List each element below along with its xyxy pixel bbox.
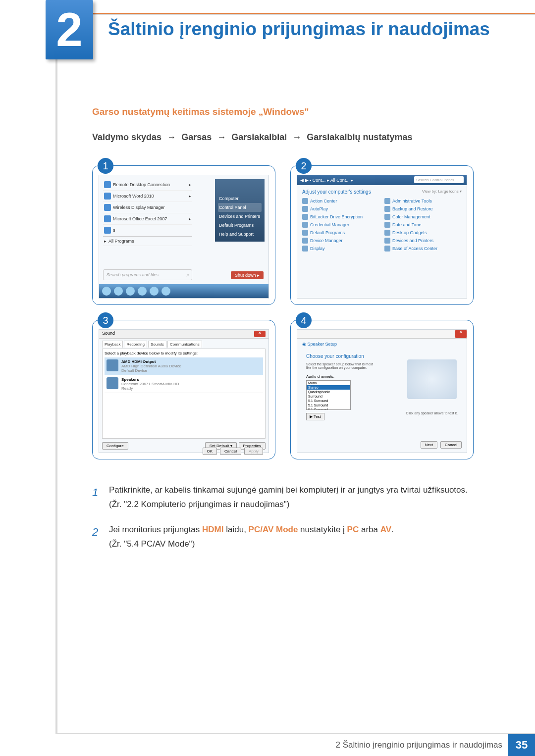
start-menu-mock: Remote Desktop Connection▸ Microsoft Wor… (99, 175, 269, 299)
breadcrumb-c: Garsiakalbiai (231, 132, 287, 142)
all-programs[interactable]: ▸All Programs (103, 236, 192, 246)
cp-item[interactable]: Action Center (302, 198, 379, 204)
list-item[interactable]: Surround (307, 394, 350, 399)
taskbar-icon[interactable] (161, 287, 170, 296)
search-input[interactable]: Search programs and files ⌕ (103, 269, 192, 280)
screenshots-grid: 1 Remote Desktop Connection▸ Microsoft W… (92, 165, 474, 459)
cp-item[interactable]: BitLocker Drive Encryption (302, 214, 379, 220)
section-title: Garso nustatymų keitimas sistemoje „Wind… (92, 106, 474, 117)
taskbar-icon[interactable] (150, 287, 159, 296)
cp-icon (302, 246, 308, 252)
tab-sounds[interactable]: Sounds (148, 341, 166, 348)
text: laidu, (223, 525, 248, 534)
list-item[interactable]: 5.1 Surround (307, 403, 350, 407)
audio-channels-list[interactable]: Mono Stereo Quadraphonic Surround 5.1 Su… (306, 380, 351, 410)
taskbar-icon[interactable] (138, 287, 147, 296)
cp-icon (302, 206, 308, 212)
cp-item[interactable]: Devices and Printers (384, 238, 462, 244)
cp-item[interactable]: Date and Time (384, 222, 462, 228)
footer-text: 2 Šaltinio įrenginio prijungimas ir naud… (336, 740, 502, 750)
taskbar-icon[interactable] (126, 287, 135, 296)
start-menu-item[interactable]: Wireless Display Manager (103, 202, 192, 213)
start-right-item[interactable]: Computer (218, 194, 262, 203)
cp-item[interactable]: Default Programs (302, 230, 379, 236)
device-sub: Default Device (121, 368, 181, 373)
titlebar-text: ◀ ▶ ▪ Cont... ▸ All Cont... ▸ (300, 178, 353, 183)
list-item[interactable]: Quadraphonic (307, 390, 350, 394)
window-titlebar: ◀ ▶ ▪ Cont... ▸ All Cont... ▸ Search Con… (297, 175, 467, 185)
list-item[interactable]: 5.1 Surround (307, 399, 350, 403)
app-icon (104, 193, 111, 200)
breadcrumb-b: Garsas (181, 132, 212, 142)
cp-item[interactable]: AutoPlay (302, 206, 379, 212)
badge-4: 4 (296, 312, 312, 328)
view-by[interactable]: View by: Large icons ▾ (422, 189, 462, 194)
highlight-pc: PC (347, 525, 359, 534)
cp-label: Display (310, 246, 325, 251)
start-menu-item[interactable]: Microsoft Word 2010▸ (103, 191, 192, 202)
arrow-icon: → (167, 132, 176, 142)
cp-icon (384, 230, 390, 236)
tab-playback[interactable]: Playback (102, 341, 123, 348)
next-button[interactable]: Next (421, 441, 437, 449)
cancel-button[interactable]: Cancel (220, 448, 241, 455)
cp-label: Color Management (392, 214, 430, 219)
cp-item[interactable]: Device Manager (302, 238, 379, 244)
cancel-button[interactable]: Cancel (440, 441, 462, 449)
ok-button[interactable]: OK (203, 448, 217, 455)
step-1: 1 Patikrinkite, ar kabelis tinkamai suju… (92, 483, 474, 512)
screenshot-3: 3 Sound ✕ Playback Recording Sounds Comm… (92, 320, 275, 459)
close-icon[interactable]: ✕ (254, 331, 266, 337)
start-right-item[interactable]: Devices and Printers (218, 212, 262, 221)
menu-label: All Programs (108, 239, 134, 244)
start-orb-icon[interactable] (102, 287, 111, 296)
cp-item[interactable]: Ease of Access Center (384, 246, 462, 252)
test-button[interactable]: ▶ Test (306, 413, 324, 420)
shutdown-button[interactable]: Shut down ▸ (231, 271, 264, 279)
playback-device[interactable]: AMD HDMI Output AMD High Definition Audi… (105, 357, 263, 375)
start-menu-item[interactable]: Microsoft Office Excel 2007▸ (103, 213, 192, 225)
list-item[interactable]: Stereo (307, 385, 350, 390)
cp-label: Credential Manager (310, 222, 349, 227)
cp-item[interactable]: Backup and Restore (384, 206, 462, 212)
cp-icon (384, 238, 390, 244)
apply-button[interactable]: Apply (244, 448, 263, 455)
cp-label: Administrative Tools (392, 199, 432, 203)
wizard-heading: Choose your configuration (306, 353, 364, 359)
cp-label: Date and Time (392, 222, 422, 227)
list-item[interactable]: Mono (307, 381, 350, 385)
start-menu-item[interactable]: s (103, 225, 192, 236)
cp-item[interactable]: Display (302, 246, 379, 252)
start-right-item[interactable]: Help and Support (218, 230, 262, 239)
tab-communications[interactable]: Communications (167, 341, 202, 348)
cp-item[interactable]: Credential Manager (302, 222, 379, 228)
instruction: Select a playback device below to modify… (105, 351, 263, 355)
list-item[interactable]: 5.1 Surround (307, 407, 350, 410)
app-icon (104, 204, 111, 211)
step-body: Patikrinkite, ar kabelis tinkamai sujung… (109, 483, 474, 512)
cp-item[interactable]: Desktop Gadgets (384, 230, 462, 236)
start-right-item[interactable]: Default Programs (218, 221, 262, 230)
speaker-setup-mock: ✕ ◉ Speaker Setup Choose your configurat… (297, 329, 467, 453)
cp-item[interactable]: Color Management (384, 214, 462, 220)
audio-channels-label: Audio channels: (306, 374, 334, 379)
start-menu-item[interactable]: Remote Desktop Connection▸ (103, 179, 192, 191)
playback-device[interactable]: Speakers Conexant 20671 SmartAudio HD Re… (105, 375, 263, 393)
step-2: 2 Jei monitorius prijungtas HDMI laidu, … (92, 523, 474, 552)
device-sub: AMD High Definition Audio Device (121, 364, 181, 368)
step-number: 2 (92, 523, 109, 552)
highlight-pcav: PC/AV Mode (249, 525, 298, 534)
step-ref: (Žr. "2.2 Kompiuterio prijungimas ir nau… (109, 498, 474, 512)
start-right-item[interactable]: Control Panel (218, 203, 262, 212)
cp-item[interactable]: Administrative Tools (384, 198, 462, 204)
configure-button[interactable]: Configure (102, 442, 128, 450)
close-icon[interactable]: ✕ (455, 330, 467, 338)
taskbar (99, 284, 268, 298)
search-input[interactable]: Search Control Panel (414, 176, 464, 183)
taskbar-icon[interactable] (114, 287, 123, 296)
wizard-breadcrumb: ◉ Speaker Setup (302, 342, 337, 347)
speaker-diagram (407, 359, 457, 399)
tab-recording[interactable]: Recording (124, 341, 147, 348)
cp-icon (384, 214, 390, 220)
start-menu-left: Remote Desktop Connection▸ Microsoft Wor… (103, 179, 192, 246)
